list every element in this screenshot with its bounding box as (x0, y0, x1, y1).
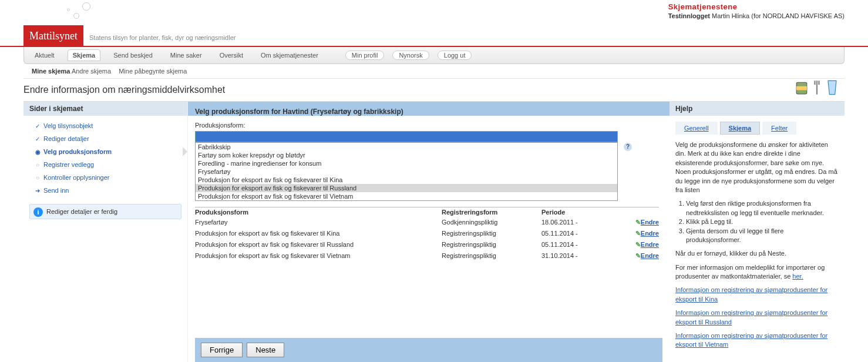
dropdown-option[interactable]: Produksjon for eksport av fisk og fiskev… (196, 192, 617, 200)
can-icon (795, 79, 808, 96)
th-registreringsform: Registreringsform (442, 209, 541, 216)
help-after: Når du er fornøyd, klikker du på Neste. (675, 249, 839, 258)
next-button[interactable]: Neste (247, 343, 284, 357)
submenu-pabegynte[interactable]: Mine påbegynte skjema (119, 68, 187, 75)
tab-oversikt[interactable]: Oversikt (215, 50, 248, 61)
help-tab-generell[interactable]: Generell (675, 122, 718, 135)
tab-aktuelt[interactable]: Aktuelt (30, 50, 59, 61)
table-row: Produksjon for eksport av fisk og fiskev… (195, 239, 659, 250)
produksjonsform-dropdown[interactable]: Fabrikkskip Fartøy som koker krepsdyr og… (195, 142, 618, 201)
table-row: Frysefartøy Godkjenningspliktig 18.06.20… (195, 217, 659, 228)
fork-icon (810, 79, 823, 96)
help-more: For mer informasjon om meldeplikt for im… (675, 263, 839, 281)
prev-button[interactable]: Forrige (201, 343, 243, 357)
glass-icon (826, 79, 839, 96)
brand-tagline: Statens tilsyn for planter, fisk, dyr og… (89, 34, 235, 46)
sidebar-steps: ✓Velg tilsynsobjekt ✓Rediger detaljer ◉V… (23, 116, 187, 200)
sidebar-item-kontroller[interactable]: ○Kontroller opplysninger (23, 171, 187, 184)
sidebar-item-vedlegg[interactable]: ○Registrer vedlegg (23, 158, 187, 171)
th-produksjonsform: Produksjonsform (195, 209, 442, 216)
help-tab-skjema[interactable]: Skjema (720, 122, 761, 135)
sidebar-heading: Sider i skjemaet (23, 102, 187, 116)
tab-send-beskjed[interactable]: Send beskjed (109, 50, 157, 61)
table-row: Produksjon for eksport av fisk og fiskev… (195, 250, 659, 262)
th-periode: Periode (541, 209, 612, 216)
main-menu: Aktuelt Skjema Send beskjed Mine saker O… (23, 47, 845, 64)
dropdown-option[interactable]: Produksjon for eksport av fisk og fiskev… (196, 184, 617, 192)
produksjonsform-table: Produksjonsform Registreringsform Period… (195, 207, 659, 262)
sidebar-item-produksjonsform[interactable]: ◉Velg produksjonsform (23, 145, 187, 158)
login-info: Skjematjenestene Testinnlogget Martin Hl… (668, 2, 845, 19)
dropdown-option[interactable]: Produksjon for eksport av fisk og fiskev… (196, 176, 617, 184)
endre-link[interactable]: Endre (612, 241, 659, 249)
main-heading: Velg produksjonsform for Havtind (Frysef… (188, 102, 669, 116)
help-link-her[interactable]: her. (792, 273, 803, 280)
help-intro: Velg de produksjonsformene du ønsker for… (675, 140, 839, 195)
page-title: Endre informasjon om næringsmiddelvirkso… (23, 85, 845, 95)
submenu-andre-skjema[interactable]: Andre skjema (72, 68, 111, 75)
help-icon[interactable]: ? (624, 143, 632, 151)
endre-link[interactable]: Endre (612, 230, 659, 237)
sub-menu: Mine skjema Andre skjema Mine påbegynte … (23, 64, 845, 79)
endre-link[interactable]: Endre (612, 252, 659, 260)
tab-mine-saker[interactable]: Mine saker (166, 50, 207, 61)
pill-nynorsk[interactable]: Nynorsk (392, 51, 429, 60)
sidebar-item-send-inn[interactable]: ➔Send inn (23, 184, 187, 197)
table-row: Produksjon for eksport av fisk og fiskev… (195, 228, 659, 239)
produksjonsform-select[interactable] (195, 131, 618, 142)
info-icon: i (33, 207, 43, 217)
svg-rect-1 (796, 86, 807, 90)
portal-title: Skjematjenestene (668, 2, 845, 11)
dropdown-option[interactable]: Foredling - marine ingredienser for kons… (196, 159, 617, 167)
sidebar-item-rediger[interactable]: ✓Rediger detaljer (23, 132, 187, 145)
category-icons (795, 79, 839, 96)
help-tab-felter[interactable]: Felter (762, 122, 796, 135)
dropdown-option[interactable]: Frysefartøy (196, 167, 617, 176)
help-steps: Velg først den riktige produksjonsformen… (686, 199, 839, 244)
help-link-russland[interactable]: Informasjon om registrering av sjømatpro… (675, 309, 827, 325)
endre-link[interactable]: Endre (612, 219, 659, 226)
help-link-vietnam[interactable]: Informasjon om registrering av sjømatpro… (675, 332, 827, 348)
help-link-kina[interactable]: Informasjon om registrering av sjømatpro… (675, 286, 827, 302)
submenu-mine-skjema[interactable]: Mine skjema (32, 68, 70, 75)
pill-min-profil[interactable]: Min profil (345, 51, 385, 60)
sidebar-notice: i Rediger detaljer er ferdig (29, 204, 181, 219)
brand-logo: Mattilsynet (23, 25, 83, 46)
sidebar-item-tilsynsobjekt[interactable]: ✓Velg tilsynsobjekt (23, 119, 187, 132)
dropdown-option[interactable]: Fartøy som koker krepsdyr og bløtdyr (196, 151, 617, 159)
field-label: Produksjonsform: (195, 122, 662, 129)
tab-skjema[interactable]: Skjema (68, 49, 101, 61)
help-heading: Hjelp (669, 102, 845, 116)
pill-logg-ut[interactable]: Logg ut (438, 51, 472, 60)
dropdown-option[interactable]: Fabrikkskip (196, 143, 617, 151)
decorative-bubbles (47, 2, 94, 20)
tab-om[interactable]: Om skjematjenester (256, 50, 323, 61)
